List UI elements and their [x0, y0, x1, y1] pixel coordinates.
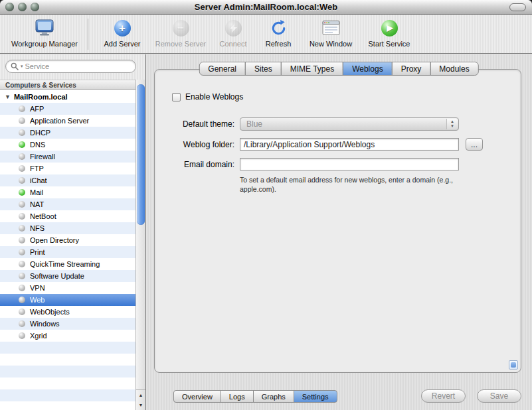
- gray-status-icon: [19, 332, 25, 339]
- service-row-firewall[interactable]: Firewall: [0, 151, 135, 163]
- toolbar-item-new-window[interactable]: New Window: [302, 18, 360, 48]
- service-row-open-directory[interactable]: Open Directory: [0, 234, 135, 246]
- enable-weblogs-row[interactable]: Enable Weblogs: [172, 92, 521, 102]
- gray-status-icon: [19, 177, 25, 184]
- scrollbar-thumb[interactable]: [137, 84, 145, 225]
- minus-glyph: −: [177, 23, 184, 34]
- service-label: Application Server: [30, 117, 89, 125]
- default-theme-popup[interactable]: Blue ▲▼: [240, 117, 459, 131]
- service-label: Xgrid: [30, 332, 47, 340]
- service-label: FTP: [30, 165, 44, 172]
- remove-server-icon: −: [173, 18, 189, 38]
- service-row-webobjects[interactable]: WebObjects: [0, 306, 135, 318]
- service-label: NAT: [30, 200, 44, 208]
- service-label: Firewall: [30, 153, 55, 161]
- gray-status-icon: [19, 153, 25, 160]
- service-label: Mail: [30, 188, 43, 196]
- scrollbar-arrows: ▲ ▼: [136, 389, 145, 410]
- email-domain-label: Email domain:: [155, 160, 234, 169]
- refresh-icon: [270, 18, 288, 38]
- revert-button[interactable]: Revert: [421, 389, 466, 403]
- service-row-print[interactable]: Print: [0, 246, 135, 258]
- tab-sites[interactable]: Sites: [245, 62, 282, 76]
- tab-weblogs[interactable]: Weblogs: [343, 62, 392, 76]
- view-button-graphs[interactable]: Graphs: [253, 390, 294, 403]
- weblog-folder-field[interactable]: /Library/Application Support/Weblogs: [240, 138, 459, 151]
- service-row-web[interactable]: Web: [0, 294, 135, 306]
- service-label: NetBoot: [30, 212, 56, 220]
- gray-status-icon: [19, 165, 25, 172]
- sidebar-header: Computers & Services: [0, 80, 145, 90]
- service-label: AFP: [30, 105, 44, 113]
- scroll-up-arrow[interactable]: ▲: [136, 390, 145, 400]
- enable-weblogs-label: Enable Weblogs: [185, 92, 243, 102]
- view-switcher: OverviewLogsGraphsSettings: [174, 390, 337, 403]
- gray-status-icon: [19, 285, 25, 291]
- gray-status-icon: [19, 201, 25, 208]
- titlebar[interactable]: Server Admin:MailRoom.local:Web: [0, 0, 532, 15]
- sidebar-scrollbar[interactable]: ▲ ▼: [135, 80, 145, 410]
- view-button-overview[interactable]: Overview: [173, 390, 221, 403]
- green-status-icon: [19, 189, 25, 196]
- service-row-application-server[interactable]: Application Server: [0, 115, 135, 127]
- server-row-mailroom-local[interactable]: ▼ MailRoom.local: [0, 91, 135, 103]
- search-scope-caret[interactable]: ▾: [21, 64, 23, 69]
- gray-status-icon: [19, 249, 25, 255]
- tab-modules[interactable]: Modules: [430, 62, 478, 76]
- toolbar-item-label: New Window: [310, 40, 352, 48]
- enable-weblogs-checkbox[interactable]: [172, 93, 181, 102]
- window-body: ▾ Service Computers & Services ▼ MailRoo…: [0, 54, 532, 410]
- list-empty-stripes: [0, 342, 135, 410]
- tab-proxy[interactable]: Proxy: [392, 62, 431, 76]
- service-row-nat[interactable]: NAT: [0, 198, 135, 210]
- toolbar-item-workgroup-manager[interactable]: Workgroup Manager: [4, 18, 85, 48]
- view-button-settings[interactable]: Settings: [294, 390, 337, 403]
- service-row-netboot[interactable]: NetBoot: [0, 210, 135, 222]
- settings-tabs: GeneralSitesMIME TypesWeblogsProxyModule…: [199, 62, 478, 76]
- service-row-ftp[interactable]: FTP: [0, 163, 135, 174]
- service-row-vpn[interactable]: VPN: [0, 282, 135, 294]
- gray-status-icon: [19, 261, 25, 267]
- tab-general[interactable]: General: [199, 62, 246, 76]
- view-button-logs[interactable]: Logs: [221, 390, 254, 403]
- browse-button[interactable]: ...: [466, 138, 483, 151]
- server-label: MailRoom.local: [14, 93, 68, 101]
- start-service-icon: ▶: [381, 18, 398, 38]
- collapse-widget[interactable]: [509, 3, 526, 11]
- service-row-afp[interactable]: AFP: [0, 103, 135, 115]
- popup-arrows-icon: ▲▼: [446, 119, 458, 129]
- service-row-dhcp[interactable]: DHCP: [0, 127, 135, 139]
- email-domain-field[interactable]: [240, 158, 459, 171]
- service-label: Software Update: [30, 272, 84, 280]
- connect-icon: [225, 18, 242, 38]
- new-window-icon: [322, 18, 340, 38]
- disclosure-triangle-icon[interactable]: ▼: [5, 94, 11, 100]
- gray-status-icon: [19, 297, 25, 303]
- service-row-xgrid[interactable]: Xgrid: [0, 330, 135, 342]
- search-row: ▾ Service: [0, 54, 145, 80]
- service-row-nfs[interactable]: NFS: [0, 222, 135, 234]
- search-placeholder: Service: [25, 62, 50, 70]
- toolbar-item-start-service[interactable]: ▶ Start Service: [360, 18, 418, 48]
- service-row-windows[interactable]: Windows: [0, 318, 135, 330]
- service-row-ichat[interactable]: iChat: [0, 174, 135, 186]
- tab-mime-types[interactable]: MIME Types: [281, 62, 343, 76]
- toolbar-separator: [88, 19, 88, 50]
- window-title: Server Admin:MailRoom.local:Web: [0, 2, 532, 12]
- scroll-down-arrow[interactable]: ▼: [136, 400, 145, 410]
- panel-scroll-widget[interactable]: [509, 360, 518, 370]
- service-row-mail[interactable]: Mail: [0, 186, 135, 198]
- service-row-quicktime-streaming[interactable]: QuickTime Streaming: [0, 258, 135, 270]
- service-row-dns[interactable]: DNS: [0, 139, 135, 151]
- services-list: ▼ MailRoom.local AFPApplication ServerDH…: [0, 91, 135, 410]
- save-button[interactable]: Save: [477, 389, 521, 403]
- search-icon: [11, 62, 19, 70]
- service-label: NFS: [30, 224, 44, 232]
- toolbar-item-add-server[interactable]: + Add Server: [94, 18, 150, 48]
- service-label: Print: [30, 248, 45, 256]
- service-row-software-update[interactable]: Software Update: [0, 270, 135, 282]
- search-input[interactable]: ▾ Service: [5, 60, 136, 73]
- email-help-text: To set a default email address for new w…: [240, 175, 459, 194]
- toolbar-item-refresh[interactable]: Refresh: [255, 18, 302, 48]
- service-label: Open Directory: [30, 236, 79, 244]
